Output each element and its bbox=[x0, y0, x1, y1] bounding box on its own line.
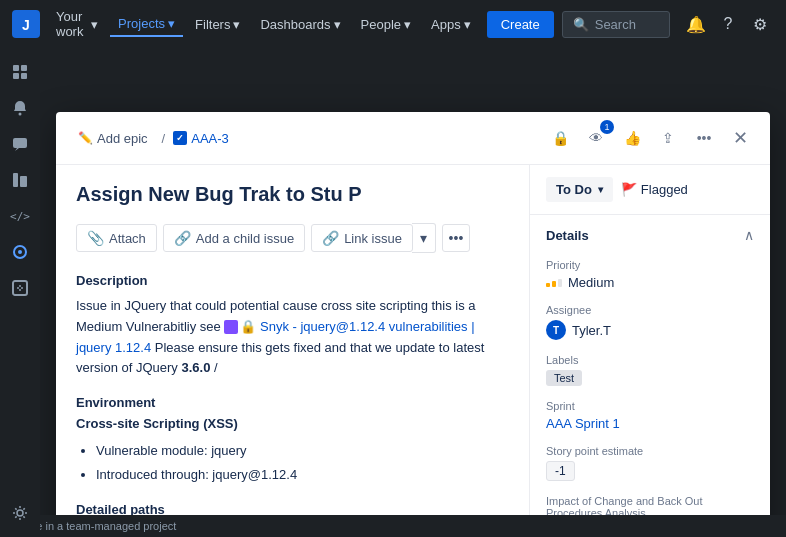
status-chevron-icon: ▾ bbox=[598, 184, 603, 195]
story-points-value: -1 bbox=[546, 461, 575, 481]
list-item: Introduced through: jquery@1.12.4 bbox=[96, 463, 509, 486]
xss-subtitle: Cross-site Scripting (XSS) bbox=[76, 416, 509, 431]
nav-apps[interactable]: Apps ▾ bbox=[423, 13, 479, 36]
search-icon: 🔍 bbox=[573, 17, 589, 32]
sprint-row: Sprint AAA Sprint 1 bbox=[546, 400, 754, 431]
labels-label: Labels bbox=[546, 354, 754, 366]
status-label: To Do bbox=[556, 182, 592, 197]
story-points-row: Story point estimate -1 bbox=[546, 445, 754, 481]
add-epic-button[interactable]: ✏️ Add epic bbox=[72, 128, 154, 149]
assignee-label: Assignee bbox=[546, 304, 754, 316]
thumbs-up-button[interactable]: 👍 bbox=[618, 124, 646, 152]
svg-rect-8 bbox=[13, 173, 18, 187]
breadcrumb-separator: / bbox=[162, 131, 166, 146]
nav-dashboards[interactable]: Dashboards ▾ bbox=[252, 13, 348, 36]
eye-icon: 👁 bbox=[589, 130, 603, 146]
priority-icon bbox=[546, 279, 562, 287]
share-button[interactable]: ⇪ bbox=[654, 124, 682, 152]
svg-rect-5 bbox=[21, 73, 27, 79]
sidebar-code-icon[interactable]: </> bbox=[4, 200, 36, 232]
search-bar[interactable]: 🔍 Search bbox=[562, 11, 670, 38]
lock-button[interactable]: 🔒 bbox=[546, 124, 574, 152]
link-issue-button[interactable]: 🔗 Link issue bbox=[311, 224, 413, 252]
environment-label: Environment bbox=[76, 395, 509, 410]
add-child-issue-button[interactable]: 🔗 Add a child issue bbox=[163, 224, 305, 252]
sidebar-puzzle-icon[interactable] bbox=[4, 272, 36, 304]
issue-type-icon: ✓ bbox=[173, 131, 187, 145]
more-actions-bar-button[interactable]: ••• bbox=[442, 224, 470, 252]
nav-projects[interactable]: Projects ▾ bbox=[110, 12, 183, 37]
svg-point-11 bbox=[18, 250, 22, 254]
nav-people[interactable]: People ▾ bbox=[353, 13, 419, 36]
sprint-label: Sprint bbox=[546, 400, 754, 412]
list-item: Vulnerable module: jquery bbox=[96, 439, 509, 462]
flag-icon: 🚩 bbox=[621, 182, 637, 197]
right-panel: To Do ▾ 🚩 Flagged Details ∧ bbox=[530, 165, 770, 526]
bottom-status-bar: You're in a team-managed project bbox=[0, 515, 786, 537]
snyk-icon bbox=[224, 320, 238, 334]
issue-modal: ✏️ Add epic / ✓ AAA-3 🔒 👁 1 bbox=[56, 112, 770, 537]
help-icon[interactable]: ? bbox=[714, 10, 742, 38]
attach-icon: 📎 bbox=[87, 230, 104, 246]
label-tag: Test bbox=[546, 370, 582, 386]
status-button[interactable]: To Do ▾ bbox=[546, 177, 613, 202]
link-icon: 🔗 bbox=[322, 230, 339, 246]
watch-button[interactable]: 👁 1 bbox=[582, 124, 610, 152]
flag-badge: 🚩 Flagged bbox=[621, 182, 688, 197]
create-button[interactable]: Create bbox=[487, 11, 554, 38]
modal-header-actions: 🔒 👁 1 👍 ⇪ ••• ✕ bbox=[546, 124, 754, 152]
sidebar-notification-icon[interactable] bbox=[4, 92, 36, 124]
svg-rect-2 bbox=[13, 65, 19, 71]
notifications-icon[interactable]: 🔔 bbox=[682, 10, 710, 38]
edit-icon: ✏️ bbox=[78, 131, 93, 145]
issue-link[interactable]: ✓ AAA-3 bbox=[173, 131, 229, 146]
sidebar-board-icon[interactable] bbox=[4, 164, 36, 196]
sidebar-home-icon[interactable] bbox=[4, 56, 36, 88]
priority-row: Priority Medium bbox=[546, 259, 754, 290]
more-actions-button[interactable]: ••• bbox=[690, 124, 718, 152]
more-bar-icon: ••• bbox=[449, 230, 464, 246]
collapse-icon[interactable]: ∧ bbox=[744, 227, 754, 243]
details-title: Details bbox=[546, 228, 589, 243]
modal-body: Assign New Bug Trak to Stu P 📎 Attach 🔗 … bbox=[56, 165, 770, 526]
nav-your-work[interactable]: Your work ▾ bbox=[48, 5, 106, 43]
share-icon: ⇪ bbox=[662, 130, 674, 146]
story-points-label: Story point estimate bbox=[546, 445, 754, 457]
lock-icon: 🔒 bbox=[552, 130, 569, 146]
link-issue-dropdown[interactable]: ▾ bbox=[412, 223, 436, 253]
svg-rect-9 bbox=[20, 176, 27, 187]
svg-point-13 bbox=[17, 510, 23, 516]
assignee-name: Tyler.T bbox=[572, 323, 611, 338]
more-icon: ••• bbox=[697, 130, 712, 146]
settings-icon[interactable]: ⚙ bbox=[746, 10, 774, 38]
main-area: ✏️ Add epic / ✓ AAA-3 🔒 👁 1 bbox=[40, 96, 786, 537]
details-section: Details ∧ Priority bbox=[530, 215, 770, 526]
modal-header: ✏️ Add epic / ✓ AAA-3 🔒 👁 1 bbox=[56, 112, 770, 165]
svg-rect-3 bbox=[21, 65, 27, 71]
priority-value: Medium bbox=[568, 275, 614, 290]
watch-count: 1 bbox=[600, 120, 614, 134]
description-label: Description bbox=[76, 273, 509, 288]
environment-section: Environment Cross-site Scripting (XSS) V… bbox=[76, 395, 509, 486]
left-panel: Assign New Bug Trak to Stu P 📎 Attach 🔗 … bbox=[56, 165, 530, 526]
sidebar-settings-icon[interactable] bbox=[4, 497, 36, 529]
sidebar-chat-icon[interactable] bbox=[4, 128, 36, 160]
priority-label: Priority bbox=[546, 259, 754, 271]
sidebar-project-icon[interactable] bbox=[4, 236, 36, 268]
nav-icons: 🔔 ? ⚙ bbox=[682, 10, 774, 38]
close-icon: ✕ bbox=[733, 127, 748, 149]
top-navigation: J Your work ▾ Projects ▾ Filters ▾ Dashb… bbox=[0, 0, 786, 48]
thumbs-up-icon: 👍 bbox=[624, 130, 641, 146]
nav-filters[interactable]: Filters ▾ bbox=[187, 13, 248, 36]
svg-rect-7 bbox=[13, 138, 27, 148]
svg-rect-12 bbox=[13, 281, 27, 295]
environment-bullets: Vulnerable module: jquery Introduced thr… bbox=[76, 439, 509, 486]
app-logo[interactable]: J bbox=[12, 10, 40, 38]
svg-text:J: J bbox=[22, 17, 30, 33]
svg-rect-4 bbox=[13, 73, 19, 79]
modal-overlay: ✏️ Add epic / ✓ AAA-3 🔒 👁 1 bbox=[40, 96, 786, 537]
attach-button[interactable]: 📎 Attach bbox=[76, 224, 157, 252]
sprint-value[interactable]: AAA Sprint 1 bbox=[546, 416, 620, 431]
assignee-avatar: T bbox=[546, 320, 566, 340]
close-button[interactable]: ✕ bbox=[726, 124, 754, 152]
